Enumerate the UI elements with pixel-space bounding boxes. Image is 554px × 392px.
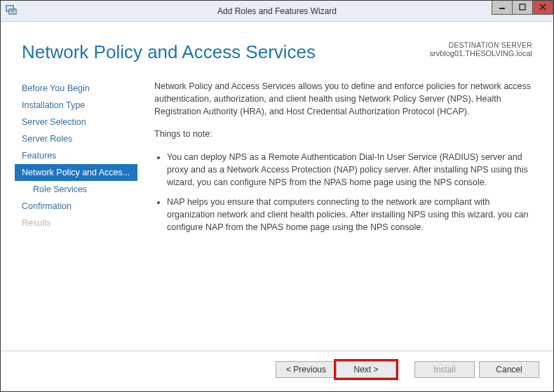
- step-installation-type[interactable]: Installation Type: [15, 97, 137, 114]
- nav-button-group: < Previous Next >: [276, 361, 396, 378]
- note-item: NAP helps you ensure that computers conn…: [167, 196, 532, 234]
- next-button[interactable]: Next >: [336, 361, 396, 378]
- window-controls: [492, 1, 553, 15]
- button-bar: < Previous Next > Install Cancel: [1, 351, 553, 387]
- window-title: Add Roles and Features Wizard: [1, 6, 553, 16]
- notes-heading: Things to note:: [154, 128, 532, 140]
- step-list: Before You Begin Installation Type Serve…: [15, 77, 137, 351]
- intro-text: Network Policy and Access Services allow…: [154, 80, 532, 118]
- step-server-selection[interactable]: Server Selection: [15, 114, 137, 130]
- server-manager-icon: [1, 4, 22, 18]
- step-before-you-begin[interactable]: Before You Begin: [15, 80, 137, 97]
- svg-rect-5: [520, 4, 525, 10]
- cancel-button[interactable]: Cancel: [479, 361, 539, 378]
- previous-button[interactable]: < Previous: [276, 361, 336, 378]
- notes-list: You can deploy NPS as a Remote Authentic…: [154, 151, 532, 234]
- content-panel: Network Policy and Access Services allow…: [137, 77, 539, 351]
- step-confirmation[interactable]: Confirmation: [15, 198, 137, 215]
- titlebar: Add Roles and Features Wizard: [1, 1, 553, 22]
- step-server-roles[interactable]: Server Roles: [15, 130, 137, 147]
- close-button[interactable]: [532, 1, 553, 15]
- step-network-policy-and-access[interactable]: Network Policy and Acces...: [15, 164, 137, 181]
- body: Before You Begin Installation Type Serve…: [1, 70, 553, 351]
- step-features[interactable]: Features: [15, 147, 137, 164]
- note-item: You can deploy NPS as a Remote Authentic…: [167, 151, 532, 189]
- maximize-button[interactable]: [512, 1, 533, 15]
- destination-server: srvblog01.THESOLVING.local: [429, 49, 532, 58]
- page-title: Network Policy and Access Services: [22, 41, 429, 63]
- destination-block: DESTINATION SERVER srvblog01.THESOLVING.…: [429, 41, 532, 58]
- minimize-button[interactable]: [492, 1, 513, 15]
- destination-label: DESTINATION SERVER: [429, 41, 532, 49]
- header: Network Policy and Access Services DESTI…: [1, 22, 553, 70]
- step-role-services[interactable]: Role Services: [15, 181, 137, 198]
- step-results: Results: [15, 215, 137, 231]
- install-button: Install: [414, 361, 475, 378]
